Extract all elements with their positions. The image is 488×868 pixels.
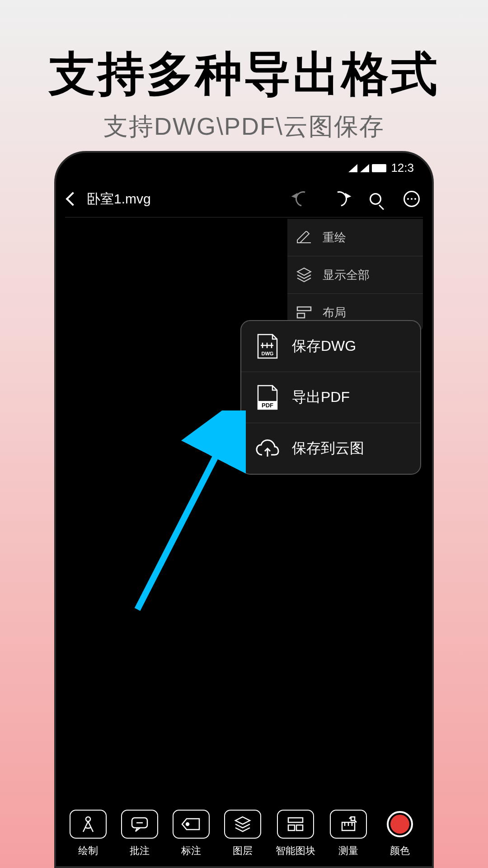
undo-button[interactable]: [295, 190, 312, 208]
svg-line-13: [88, 821, 93, 832]
status-time: 12:3: [391, 161, 414, 175]
svg-point-16: [186, 823, 189, 826]
dropdown-item-showall[interactable]: 显示全部: [287, 256, 423, 294]
dropdown-item-redraw[interactable]: 重绘: [287, 219, 423, 256]
redo-button[interactable]: [331, 190, 348, 208]
svg-line-12: [83, 821, 88, 832]
tag-icon: [173, 810, 210, 839]
submenu-label: 保存DWG: [292, 336, 356, 356]
phone-frame: 12:3 卧室1.mvg: [54, 151, 434, 868]
submenu-item-export-pdf[interactable]: PDF 导出PDF: [241, 372, 420, 423]
marketing-subheadline: 支持DWG\PDF\云图保存: [0, 110, 488, 143]
dropdown-label: 重绘: [323, 230, 346, 245]
dwg-file-icon: DWG: [255, 334, 280, 359]
submenu-item-save-cloud[interactable]: 保存到云图: [241, 423, 420, 474]
tool-label: 标注: [181, 844, 201, 858]
tool-label: 颜色: [390, 844, 410, 858]
signal-icon: [360, 164, 369, 172]
battery-icon: [372, 164, 386, 172]
color-picker-icon: [381, 810, 418, 839]
pencil-icon: [296, 229, 313, 246]
submenu-item-save-dwg[interactable]: DWG 保存DWG: [241, 321, 420, 372]
tool-draw[interactable]: 绘制: [70, 810, 107, 858]
submenu-label: 保存到云图: [292, 439, 364, 458]
header-divider: [65, 217, 423, 217]
back-icon[interactable]: [66, 192, 80, 206]
comment-icon: [121, 810, 158, 839]
svg-rect-18: [288, 825, 295, 830]
svg-point-11: [86, 817, 90, 821]
ruler-icon: [330, 810, 367, 839]
svg-rect-0: [297, 307, 311, 311]
svg-text:DWG: DWG: [262, 351, 274, 356]
svg-rect-19: [296, 825, 303, 830]
dropdown-menu: 重绘 显示全部 布局: [287, 219, 423, 331]
tool-label: 智能图块: [276, 844, 315, 858]
tool-label: 批注: [130, 844, 150, 858]
tool-smartblock[interactable]: 智能图块: [276, 810, 315, 858]
status-icons: [348, 164, 386, 172]
undo-icon: [293, 189, 314, 209]
tool-measure[interactable]: 测量: [330, 810, 367, 858]
svg-rect-1: [297, 313, 305, 318]
search-icon: [370, 193, 381, 205]
grid-icon: [277, 810, 314, 839]
layers-icon: [296, 266, 313, 283]
bottom-toolbar: 绘制 批注 标注: [56, 801, 432, 866]
more-button[interactable]: [403, 190, 420, 208]
tool-color[interactable]: 颜色: [381, 810, 418, 858]
export-submenu: DWG 保存DWG PDF 导出PDF: [240, 320, 421, 475]
dropdown-label: 布局: [323, 305, 346, 321]
redo-icon: [329, 189, 350, 209]
submenu-label: 导出PDF: [292, 387, 350, 407]
file-title: 卧室1.mvg: [87, 190, 295, 208]
svg-text:PDF: PDF: [262, 402, 273, 409]
tool-label: 图层: [233, 844, 253, 858]
tool-annotate[interactable]: 批注: [121, 810, 158, 858]
tool-markup[interactable]: 标注: [173, 810, 210, 858]
highlight-arrow-icon: [128, 410, 246, 618]
tool-label: 测量: [338, 844, 358, 858]
signal-icon: [348, 164, 357, 172]
layers-stack-icon: [224, 810, 261, 839]
compass-icon: [70, 810, 107, 839]
app-header: 卧室1.mvg: [56, 184, 432, 214]
header-actions: [295, 190, 420, 208]
more-icon: [404, 191, 420, 207]
marketing-headline: 支持多种导出格式: [0, 43, 488, 106]
layout-icon: [296, 304, 313, 321]
search-button[interactable]: [367, 190, 384, 208]
cloud-upload-icon: [255, 436, 280, 461]
dropdown-label: 显示全部: [323, 267, 370, 283]
svg-line-10: [137, 424, 232, 609]
status-bar: 12:3: [348, 161, 414, 175]
pdf-file-icon: PDF: [255, 385, 280, 410]
tool-layers[interactable]: 图层: [224, 810, 261, 858]
tool-label: 绘制: [78, 844, 98, 858]
svg-rect-17: [288, 818, 303, 822]
